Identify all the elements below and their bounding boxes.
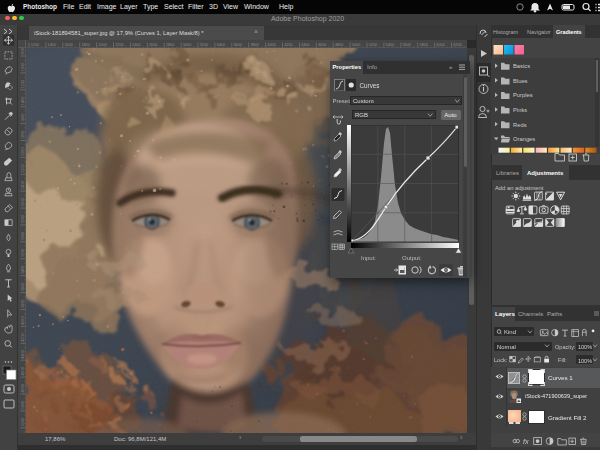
svg-text:1600: 1600 [21, 114, 25, 122]
svg-text:3800: 3800 [250, 43, 258, 47]
svg-text:2400: 2400 [132, 43, 140, 47]
svg-text:4200: 4200 [284, 43, 292, 47]
svg-text:Kind: Kind [504, 329, 516, 335]
svg-text:1200: 1200 [21, 80, 25, 88]
svg-text:5800: 5800 [419, 43, 427, 47]
svg-text:3600: 3600 [21, 283, 25, 291]
svg-text:2800: 2800 [21, 215, 25, 223]
svg-text:2200: 2200 [115, 43, 123, 47]
svg-text:1400: 1400 [48, 43, 56, 47]
svg-text:5200: 5200 [369, 43, 377, 47]
svg-text:1400: 1400 [21, 97, 25, 105]
svg-text:5200: 5200 [21, 418, 25, 426]
svg-text:2000: 2000 [98, 43, 106, 47]
svg-text:4600: 4600 [318, 43, 326, 47]
svg-text:3600: 3600 [234, 43, 242, 47]
svg-text:4000: 4000 [267, 43, 275, 47]
svg-text:800: 800 [21, 48, 25, 54]
svg-text:3200: 3200 [21, 249, 25, 257]
svg-text:4200: 4200 [21, 333, 25, 341]
svg-text:1800: 1800 [81, 43, 89, 47]
svg-text:4400: 4400 [21, 350, 25, 358]
svg-text:1000: 1000 [21, 63, 25, 71]
svg-text:3000: 3000 [21, 232, 25, 240]
svg-text:6000: 6000 [436, 43, 444, 47]
svg-text:Blues: Blues [513, 78, 528, 84]
svg-text:5600: 5600 [403, 43, 411, 47]
svg-text:3000: 3000 [183, 43, 191, 47]
svg-text:2600: 2600 [149, 43, 157, 47]
svg-text:3800: 3800 [21, 300, 25, 308]
svg-text:2200: 2200 [21, 164, 25, 172]
svg-text:3400: 3400 [217, 43, 225, 47]
svg-text:1800: 1800 [21, 131, 25, 139]
svg-text:4800: 4800 [335, 43, 343, 47]
svg-text:3400: 3400 [21, 266, 25, 274]
svg-text:2600: 2600 [21, 198, 25, 206]
svg-text:5400: 5400 [386, 43, 394, 47]
svg-text:1600: 1600 [65, 43, 73, 47]
svg-text:2000: 2000 [21, 147, 25, 155]
svg-text:fx: fx [523, 437, 529, 446]
svg-text:1200: 1200 [31, 43, 39, 47]
svg-text:4800: 4800 [21, 384, 25, 392]
svg-text:2400: 2400 [21, 181, 25, 189]
svg-text:2800: 2800 [166, 43, 174, 47]
svg-text:Reds: Reds [513, 122, 527, 128]
svg-text:6200: 6200 [453, 43, 461, 47]
svg-text:Pinks: Pinks [513, 107, 527, 113]
svg-text:4600: 4600 [21, 367, 25, 375]
svg-text:4000: 4000 [21, 316, 25, 324]
svg-text:5000: 5000 [352, 43, 360, 47]
svg-text:Oranges: Oranges [513, 136, 535, 142]
svg-text:5000: 5000 [21, 401, 25, 409]
svg-text:4400: 4400 [301, 43, 309, 47]
svg-text:3200: 3200 [200, 43, 208, 47]
svg-text:Basics: Basics [513, 63, 530, 69]
svg-text:Purples: Purples [513, 92, 533, 98]
